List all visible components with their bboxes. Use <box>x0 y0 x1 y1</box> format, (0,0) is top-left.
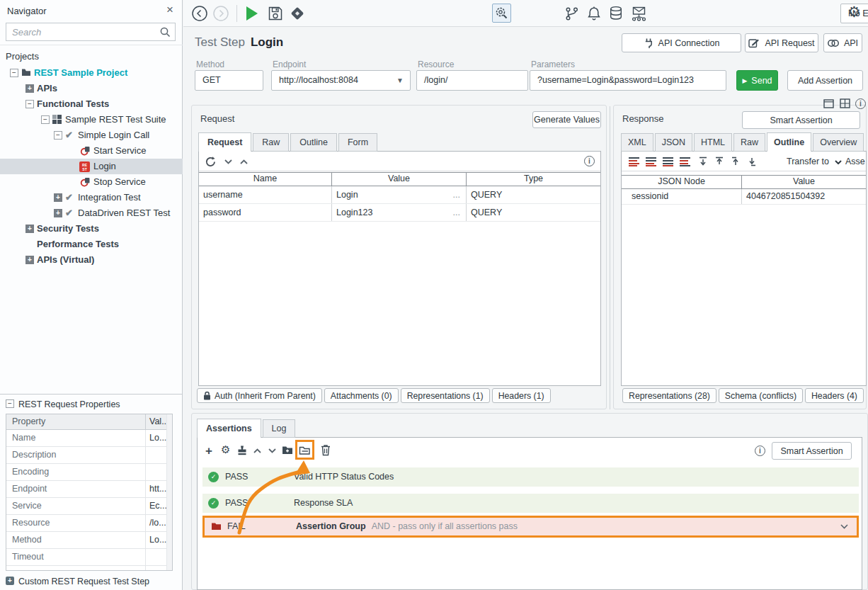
property-row[interactable]: Timeout <box>6 549 172 566</box>
more-icon[interactable]: ... <box>453 186 460 203</box>
collapse-icon[interactable]: − <box>25 100 34 108</box>
assertion-row-response-sla[interactable]: ✓ PASS Response SLA <box>202 494 859 513</box>
expand-icon[interactable]: + <box>54 209 62 217</box>
tree-item-apis-virtual[interactable]: + APIs (Virtual) <box>0 252 183 268</box>
branch-icon[interactable] <box>564 6 579 21</box>
send-button[interactable]: ▶Send <box>736 70 778 91</box>
tree-item-datadriven-rest-test[interactable]: + ✔ DataDriven REST Test <box>0 205 183 221</box>
api-request-button[interactable]: API Request <box>745 33 818 52</box>
parameter-row[interactable]: username Login... QUERY <box>199 186 600 204</box>
tab-raw[interactable]: Raw <box>253 133 289 152</box>
search-input[interactable] <box>6 23 152 40</box>
tree-item-integration-test[interactable]: + ✔ Integration Test <box>0 190 183 205</box>
property-row[interactable]: Bind Address <box>6 566 172 571</box>
bell-icon[interactable] <box>587 6 601 21</box>
tab-log[interactable]: Log <box>263 419 296 438</box>
tab-form[interactable]: Form <box>338 133 377 152</box>
tab-request[interactable]: Request <box>198 132 251 152</box>
expand-icon[interactable]: + <box>25 84 34 93</box>
diamond-icon[interactable] <box>290 6 305 21</box>
tree-item-login[interactable]: REST Login <box>0 159 183 174</box>
transfer-to-dropdown[interactable]: Transfer to <box>787 152 829 171</box>
scrollbar[interactable] <box>166 414 172 570</box>
custom-properties-link[interactable]: Custom REST Request Test Step Properties <box>18 574 182 589</box>
tab-xml[interactable]: XML <box>621 133 653 152</box>
method-field[interactable]: GET <box>195 70 263 91</box>
mail-nodes-icon[interactable] <box>631 6 647 21</box>
align-icon-2[interactable] <box>646 157 656 166</box>
tab-assertions[interactable]: Assertions <box>197 419 261 438</box>
endpoint-select[interactable]: http://localhost:8084 ▼ <box>271 70 411 91</box>
tab-headers[interactable]: Headers (1) <box>492 388 551 403</box>
expand-icon[interactable]: + <box>6 577 14 585</box>
more-icon[interactable]: ... <box>453 204 460 221</box>
assertions-smart-assertion-button[interactable]: Smart Assertion <box>772 442 852 460</box>
tab-headers[interactable]: Headers (4) <box>805 388 864 403</box>
parameter-row[interactable]: password Login123... QUERY <box>199 204 600 222</box>
api-button[interactable]: API <box>823 33 862 52</box>
expand-icon[interactable]: + <box>25 225 34 233</box>
tab-overview[interactable]: Overview <box>813 133 864 152</box>
property-row[interactable]: Description <box>6 447 172 464</box>
parameters-field[interactable]: ?username=Login&password=Login123 <box>530 70 726 91</box>
align-icon-4[interactable] <box>680 157 690 166</box>
info-icon[interactable]: i <box>855 98 866 109</box>
tree-item-security-tests[interactable]: + Security Tests <box>0 221 183 237</box>
refresh-icon[interactable] <box>205 156 217 168</box>
chevron-down-icon[interactable] <box>224 159 232 164</box>
json-node-row[interactable]: sessionid 4046720851504392 <box>622 189 866 205</box>
collapse-icon[interactable]: − <box>54 131 62 140</box>
back-icon[interactable] <box>191 5 208 22</box>
add-assertion-button[interactable]: Add Assertion <box>787 70 863 91</box>
collapse-icon[interactable]: − <box>41 115 50 124</box>
property-row[interactable]: NameLo... <box>6 430 172 447</box>
assertion-settings-gear-icon[interactable]: ⚙ <box>221 443 230 456</box>
tab-raw[interactable]: Raw <box>733 133 765 152</box>
tab-representations[interactable]: Representations (1) <box>401 388 490 403</box>
property-row[interactable]: ServiceEc... <box>6 498 172 515</box>
run-icon[interactable] <box>245 6 259 21</box>
splitter[interactable] <box>610 106 610 409</box>
expand-icon[interactable]: + <box>25 256 34 264</box>
expand-icon[interactable]: + <box>54 193 62 202</box>
tree-item-sample-rest-test-suite[interactable]: − Sample REST Test Suite <box>0 112 183 127</box>
tree-item-simple-login-call[interactable]: − ✔ Simple Login Call <box>0 127 183 143</box>
assertion-row-assertion-group[interactable]: FAIL Assertion GroupAND - pass only if a… <box>202 516 859 538</box>
assertion-row-valid-http-status-codes[interactable]: ✓ PASS Valid HTTP Status Codes <box>202 467 859 487</box>
tab-attachments[interactable]: Attachments (0) <box>324 388 399 403</box>
grid-icon[interactable] <box>840 98 850 108</box>
tree-item-performance-tests[interactable]: Performance Tests <box>0 237 183 252</box>
tree-item-functional-tests[interactable]: − Functional Tests <box>0 96 183 112</box>
tab-outline[interactable]: Outline <box>290 133 337 152</box>
property-row[interactable]: Resource/lo... <box>6 515 172 532</box>
chevron-up-icon[interactable] <box>240 159 248 164</box>
database-icon[interactable] <box>609 6 623 21</box>
info-icon[interactable]: i <box>584 156 595 166</box>
close-icon[interactable]: × <box>166 4 173 16</box>
tab-auth[interactable]: Auth (Inherit From Parent) <box>197 388 322 403</box>
tab-json[interactable]: JSON <box>655 133 692 152</box>
tab-outline[interactable]: Outline <box>767 132 811 152</box>
add-assertion-icon[interactable]: + <box>205 444 212 458</box>
tab-html[interactable]: HTML <box>694 133 732 152</box>
forward-icon[interactable] <box>212 5 229 22</box>
stamp-icon[interactable] <box>236 445 248 456</box>
smart-assertion-button[interactable]: Smart Assertion <box>742 111 860 129</box>
tree-item-start-service[interactable]: Start Service <box>0 143 183 159</box>
tree-item-rest-sample-project[interactable]: − REST Sample Project <box>0 65 183 81</box>
discover-icon[interactable] <box>492 4 511 23</box>
new-window-icon[interactable] <box>823 98 834 108</box>
collapse-top-icon[interactable] <box>731 157 741 166</box>
settings-gear-icon[interactable]: ⚙ <box>847 4 861 20</box>
save-icon[interactable] <box>268 6 283 21</box>
trash-icon[interactable] <box>321 444 331 456</box>
tab-schema[interactable]: Schema (conflicts) <box>719 388 803 403</box>
tab-representations[interactable]: Representations (28) <box>622 388 716 403</box>
tree-item-stop-service[interactable]: Stop Service <box>0 174 183 190</box>
tree-item-apis[interactable]: + APIs <box>0 81 183 96</box>
generate-values-button[interactable]: Generate Values <box>532 111 601 128</box>
api-connection-button[interactable]: API Connection <box>622 33 741 52</box>
align-icon-1[interactable] <box>629 157 639 166</box>
move-up-icon[interactable] <box>253 448 261 453</box>
resource-field[interactable]: /login/ <box>416 70 528 91</box>
